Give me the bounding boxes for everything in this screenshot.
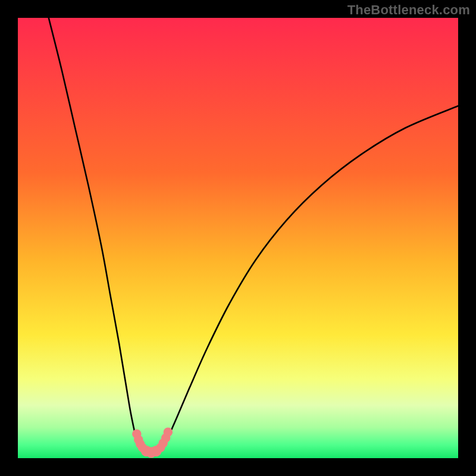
plot-background: [18, 18, 458, 458]
watermark-text: TheBottleneck.com: [347, 2, 470, 18]
chart-frame: TheBottleneck.com: [0, 0, 476, 476]
curve-marker: [164, 428, 173, 437]
chart-svg: [0, 0, 476, 476]
